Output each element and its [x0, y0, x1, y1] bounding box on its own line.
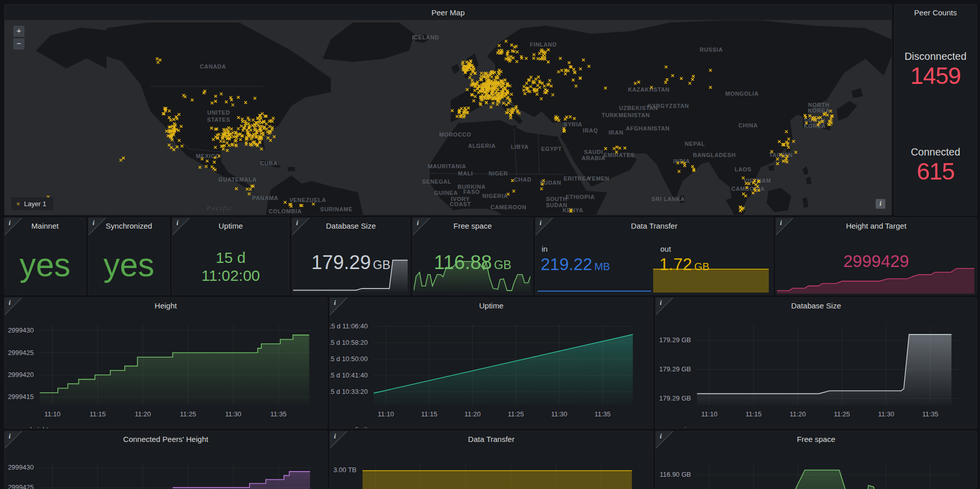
map-country-label: KYRGYZSTAN: [648, 103, 689, 109]
panel-height-chart: i Height 299941529994202999425299943011:…: [4, 297, 327, 429]
map-country-label: FINLAND: [530, 41, 557, 48]
y-axis-tick-label: 179.29 GB: [659, 365, 691, 373]
y-axis-tick-label: 15 d 10:41:40: [329, 371, 368, 379]
y-axis-tick-label: 15 d 10:33:20: [329, 388, 368, 395]
database-size-value: 179.29GB: [292, 252, 410, 274]
y-axis-tick-label: 2999430: [8, 326, 34, 334]
panel-title-connected-peers-height[interactable]: Connected Peers' Height: [5, 431, 327, 448]
map-country-label: SURINAME: [320, 206, 353, 212]
y-axis-tick-label: 2999430: [8, 463, 34, 471]
map-country-label: MAURITANIA: [428, 163, 466, 169]
panel-info-icon[interactable]: i: [172, 218, 190, 235]
map-country-label: ICELAND: [412, 34, 439, 40]
map-country-label: PANAMA: [252, 195, 278, 201]
legend-item-height[interactable]: height: [19, 426, 48, 429]
panel-title-data-transfer[interactable]: Data Transfer: [536, 218, 773, 234]
panel-title-peer-counts[interactable]: Peer Counts: [895, 5, 976, 21]
panel-info-icon[interactable]: i: [330, 298, 347, 315]
free-space-unit: GB: [494, 258, 511, 272]
panel-title-free-space[interactable]: Free space: [413, 218, 532, 234]
map-country-label: NIGER: [488, 170, 508, 176]
map-country-label: AFGHANISTAN: [626, 125, 670, 131]
y-axis-tick-label: 2999420: [8, 371, 34, 379]
y-axis-tick-label: 3.00 TB: [333, 466, 357, 474]
x-axis-tick-label: 11:35: [262, 410, 295, 418]
peer-counts-disconnected-label: Disconnected: [895, 51, 976, 62]
world-map[interactable]: CANADAUNITEDSTATESMEXICOCUBAGUATEMALAPAN…: [5, 20, 892, 215]
mainnet-value: yes: [5, 235, 85, 295]
free-space-value: 116.88GB: [413, 252, 532, 274]
x-axis-tick-label: 11:30: [870, 410, 902, 418]
panel-title-data-transfer-chart[interactable]: Data Transfer: [330, 431, 653, 448]
x-axis-tick-label: 11:25: [826, 410, 858, 418]
panel-info-icon[interactable]: i: [413, 218, 430, 235]
map-country-label: Pacific: [206, 204, 233, 212]
map-country-label: EMIRATES: [604, 152, 635, 158]
x-axis-tick-label: 11:30: [543, 410, 575, 418]
panel-connected-peers-height-chart: i Connected Peers' Height 29994252999430…: [4, 431, 327, 489]
map-zoom-in-button[interactable]: +: [13, 25, 25, 37]
panel-peer-map: Peer Map CANADAUNITEDSTATESMEXICOCUBAGUA…: [4, 4, 892, 215]
x-axis-tick-label: 11:30: [217, 410, 250, 418]
map-country-label: ALGERIA: [468, 143, 496, 149]
panel-info-icon[interactable]: i: [776, 218, 793, 235]
panel-data-transfer-stat: i Data Transfer in 219.22MB out 1.72GB: [535, 217, 773, 295]
y-axis-tick-label: 116.90 GB: [660, 471, 691, 478]
data-transfer-in-value: 219.22MB: [541, 255, 610, 274]
x-axis-tick-label: 11:25: [172, 410, 205, 418]
panel-title-uptime-chart[interactable]: Uptime: [330, 298, 653, 314]
y-axis-tick-label: 179.29 GB: [659, 336, 691, 344]
x-axis-tick-label: 11:35: [914, 410, 947, 418]
map-country-label: FASO: [463, 189, 480, 195]
panel-title-uptime[interactable]: Uptime: [172, 218, 289, 234]
map-country-label: MOROCCO: [439, 131, 472, 138]
map-country-label: IRAQ: [583, 127, 598, 134]
map-country-label: SYRIA: [564, 121, 583, 127]
uptime-value: 15 d 11:02:00: [172, 249, 289, 284]
panel-title-free-space-chart[interactable]: Free space: [656, 431, 976, 448]
panel-info-icon[interactable]: i: [88, 218, 106, 235]
map-country-label: COLOMBIA: [269, 208, 302, 214]
panel-info-icon[interactable]: i: [536, 218, 553, 235]
x-axis-tick-label: 11:15: [81, 410, 114, 418]
x-axis-tick-label: 11:15: [737, 410, 770, 418]
panel-free-space-stat: i Free space 116.88GB: [412, 217, 533, 295]
y-axis-tick-label: 15 d 11:06:40: [329, 322, 368, 330]
data-transfer-out-value: 1.72GB: [659, 255, 709, 274]
map-attribution-icon[interactable]: i: [876, 199, 885, 209]
uptime-days: 15 d: [172, 249, 289, 266]
panel-title-height-and-target[interactable]: Height and Target: [776, 218, 976, 234]
legend-item-size[interactable]: size: [670, 426, 693, 429]
panel-info-icon[interactable]: i: [292, 218, 309, 235]
panel-database-size-chart: i Database Size 179.29 GB179.29 GB179.29…: [655, 297, 977, 429]
panel-title-peer-map[interactable]: Peer Map: [5, 5, 892, 21]
synchronized-value: yes: [88, 235, 169, 295]
map-country-label: CUBA: [260, 160, 277, 166]
x-axis-tick-label: 11:10: [369, 410, 402, 418]
panel-info-icon[interactable]: i: [656, 431, 673, 449]
panel-title-database-size-chart[interactable]: Database Size: [656, 298, 976, 314]
panel-title-database-size[interactable]: Database Size: [292, 218, 410, 234]
y-axis-tick-label: 2999425: [8, 349, 34, 357]
panel-free-space-chart: i Free space 116.90 GB11:1011:1511:2011:…: [655, 431, 977, 489]
y-axis-tick-label: 2999415: [8, 393, 34, 401]
panel-info-icon[interactable]: i: [5, 431, 22, 449]
panel-title-height-chart[interactable]: Height: [5, 298, 327, 314]
peer-counts-connected-label: Connected: [895, 146, 976, 158]
panel-info-icon[interactable]: i: [5, 218, 22, 235]
uptime-chart: 15 d 10:33:2015 d 10:41:4015 d 10:50:001…: [330, 298, 653, 428]
map-zoom-out-button[interactable]: −: [13, 38, 25, 50]
panel-info-icon[interactable]: i: [330, 431, 347, 449]
legend-item-limit[interactable]: limit: [344, 426, 367, 429]
map-layer-toggle[interactable]: ×Layer 1: [11, 197, 53, 210]
x-axis-tick-label: 11:35: [586, 410, 619, 418]
panel-info-icon[interactable]: i: [5, 298, 22, 315]
map-country-label: MALI: [458, 170, 473, 176]
peer-counts-connected-value: 615: [895, 158, 976, 185]
panel-info-icon[interactable]: i: [656, 298, 673, 315]
layer-label: Layer 1: [24, 200, 46, 208]
map-country-label: YEMEN: [588, 175, 609, 182]
y-axis-tick-label: 179.29 GB: [659, 394, 691, 402]
map-zoom-controls: + −: [13, 25, 25, 50]
map-country-label: CAMEROON: [491, 204, 526, 210]
